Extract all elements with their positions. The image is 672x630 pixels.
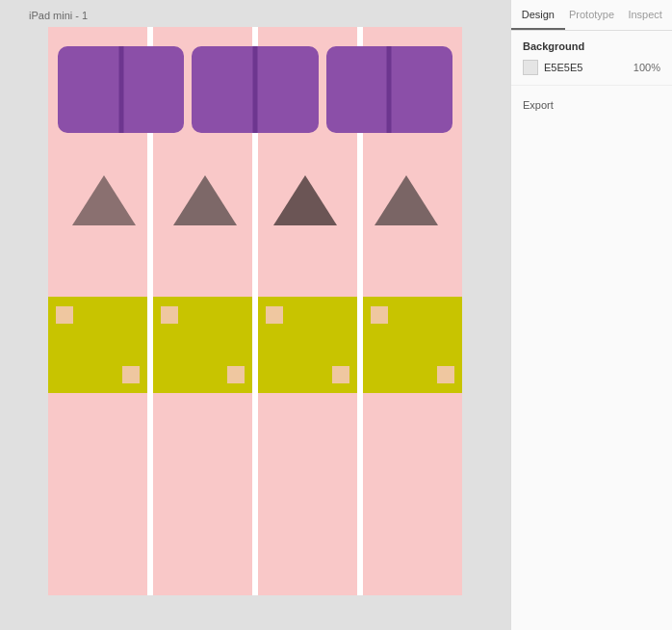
square-topleft-4 <box>371 306 388 324</box>
background-title: Background <box>523 40 660 52</box>
square-bottomright-4 <box>437 366 454 383</box>
triangle-icon-4 <box>373 171 440 229</box>
yellow-block-4[interactable] <box>363 297 462 393</box>
triangle-wrap-2 <box>159 171 252 229</box>
yellow-row <box>48 297 462 393</box>
yellow-block-2[interactable] <box>153 297 258 393</box>
svg-marker-3 <box>375 175 438 225</box>
purple-card-1[interactable] <box>58 46 184 133</box>
tab-inspect[interactable]: Inspect <box>618 0 672 30</box>
square-topleft-3 <box>266 306 283 324</box>
triangle-icon-3 <box>271 171 339 229</box>
device-frame <box>48 27 462 595</box>
background-color-value: E5E5E5 <box>544 62 628 73</box>
canvas-area: iPad mini - 1 <box>0 0 510 630</box>
svg-marker-0 <box>72 175 136 225</box>
background-opacity-value: 100% <box>633 62 660 73</box>
panel-tabs: Design Prototype Inspect <box>511 0 672 31</box>
yellow-block-3[interactable] <box>258 297 363 393</box>
purple-card-2[interactable] <box>192 46 318 133</box>
purple-card-3[interactable] <box>326 46 452 133</box>
export-label[interactable]: Export <box>523 99 554 111</box>
square-topleft-2 <box>161 306 178 324</box>
square-topleft-1 <box>56 306 73 324</box>
cards-row <box>58 46 452 133</box>
triangle-icon-1 <box>70 171 138 229</box>
triangle-wrap-1 <box>58 171 151 229</box>
triangle-icon-2 <box>171 171 239 229</box>
tab-prototype[interactable]: Prototype <box>565 0 619 30</box>
background-section: Background E5E5E5 100% <box>511 31 672 86</box>
triangles-row <box>58 171 452 229</box>
right-panel: Design Prototype Inspect Background E5E5… <box>510 0 672 630</box>
background-row: E5E5E5 100% <box>523 60 660 75</box>
square-bottomright-1 <box>122 366 140 383</box>
square-bottomright-3 <box>332 366 349 383</box>
background-color-swatch[interactable] <box>523 60 538 75</box>
tab-design[interactable]: Design <box>511 0 565 30</box>
triangle-wrap-3 <box>259 171 352 229</box>
frame-label: iPad mini - 1 <box>29 10 88 21</box>
svg-marker-2 <box>273 175 337 225</box>
export-section: Export <box>511 86 672 122</box>
triangle-wrap-4 <box>360 171 453 229</box>
yellow-block-1[interactable] <box>48 297 153 393</box>
square-bottomright-2 <box>227 366 245 383</box>
svg-marker-1 <box>173 175 237 225</box>
